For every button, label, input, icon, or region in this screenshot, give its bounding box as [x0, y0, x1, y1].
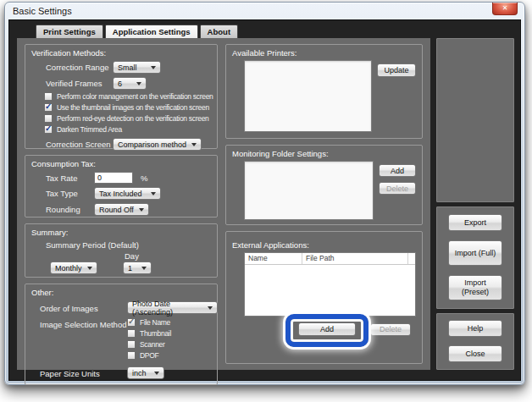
title-bar[interactable]: Basic Settings ✕ [5, 3, 524, 19]
chevron-down-icon [151, 192, 156, 195]
external-applications-group: External Applications: Name File Path [225, 231, 423, 364]
checkbox-dpof[interactable]: DPOF [127, 351, 171, 360]
day-dropdown[interactable]: 1 [123, 262, 152, 274]
checkbox-label: Thumbnail [140, 329, 171, 338]
external-apps-add-button[interactable]: Add [298, 322, 356, 336]
checkbox-label: Use the thumbnail images on the verifica… [57, 103, 209, 112]
tab-application-settings[interactable]: Application Settings [105, 25, 198, 38]
dropdown-value: Monthly [55, 264, 82, 273]
checkbox-label: Scanner [140, 340, 165, 349]
tax-type-dropdown[interactable]: Tax Included [94, 187, 161, 200]
available-printers-list[interactable] [244, 60, 372, 132]
rounding-dropdown[interactable]: Round Off [94, 203, 149, 216]
dropdown-value: Comparison method [118, 140, 186, 149]
verified-frames-label: Verified Frames [46, 79, 113, 88]
correction-screen-dropdown[interactable]: Comparison method [113, 138, 202, 151]
dropdown-value: Small [118, 63, 137, 72]
checkbox-label: Darken Trimmed Area [57, 125, 122, 134]
checkbox-icon [44, 92, 53, 101]
chevron-down-icon [139, 208, 144, 212]
day-label: Day [125, 251, 152, 261]
highlighted-add-wrap: Add [298, 322, 356, 336]
column-header-file-path[interactable]: File Path [302, 253, 408, 264]
tax-rate-unit: % [141, 173, 147, 183]
window-title: Basic Settings [13, 6, 72, 16]
window-close-button[interactable]: ✕ [492, 3, 518, 15]
checkbox-red-eye-detection[interactable]: Perform red-eye detection on the verific… [44, 114, 211, 123]
basic-settings-window: Basic Settings ✕ Print Settings Applicat… [4, 2, 525, 385]
checkbox-icon [44, 103, 53, 112]
external-apps-table[interactable]: Name File Path [244, 252, 416, 317]
correction-range-dropdown[interactable]: Small [113, 61, 161, 74]
button-label: Add [391, 167, 404, 175]
group-title: Summary: [31, 228, 211, 237]
import-full-button[interactable]: Import (Full) [448, 240, 502, 266]
left-column: Verification Methods: Correction Range S… [25, 44, 218, 364]
rail-import-export-panel: Export Import (Full) Import (Preset) [436, 207, 514, 309]
button-label: Delete [386, 184, 408, 193]
paper-size-units-dropdown[interactable]: inch [127, 366, 164, 379]
checkbox-darken-trimmed-area[interactable]: Darken Trimmed Area [44, 125, 211, 134]
monitoring-folder-group: Monitoring Folder Settings: Add Delete [225, 145, 423, 225]
dialog-client-area: Print Settings Application Settings Abou… [8, 19, 521, 381]
close-icon: ✕ [502, 4, 508, 12]
other-group: Other: Order of Images Photo Date (Ascen… [25, 284, 218, 385]
checkbox-scanner[interactable]: Scanner [127, 340, 171, 349]
import-preset-button[interactable]: Import (Preset) [448, 275, 502, 300]
paper-size-units-label: Paper Size Units [40, 367, 127, 378]
checkbox-icon [127, 329, 136, 338]
help-button[interactable]: Help [448, 320, 502, 337]
order-of-images-label: Order of Images [40, 302, 127, 313]
chevron-down-icon [208, 306, 213, 310]
button-label: Add [320, 325, 334, 333]
checkbox-icon [127, 318, 136, 327]
summary-period-label: Summary Period (Default) [46, 240, 139, 250]
chevron-down-icon [154, 372, 159, 375]
chevron-down-icon [151, 66, 156, 69]
consumption-tax-group: Consumption Tax: Tax Rate % Tax Type Tax… [25, 155, 218, 218]
export-button[interactable]: Export [448, 214, 502, 231]
button-label: Delete [380, 325, 402, 333]
group-title: Consumption Tax: [31, 159, 211, 168]
checkbox-label: Perform color management on the verifica… [57, 92, 213, 101]
dropdown-value: 6 [118, 80, 122, 88]
tab-about[interactable]: About [200, 25, 238, 38]
checkbox-icon [127, 351, 136, 360]
application-settings-page: Verification Methods: Correction Range S… [17, 38, 430, 370]
close-button[interactable]: Close [448, 345, 502, 362]
monitoring-folder-list[interactable] [244, 161, 374, 220]
dropdown-value: Photo Date (Ascending) [132, 300, 202, 317]
update-button[interactable]: Update [377, 63, 416, 77]
group-title: External Applications: [232, 240, 416, 250]
checkbox-color-management[interactable]: Perform color management on the verifica… [44, 92, 211, 101]
summary-group: Summary: Summary Period (Default) Monthl… [25, 223, 218, 278]
tax-rate-input[interactable] [94, 172, 133, 184]
checkbox-label: File Name [140, 318, 170, 327]
dropdown-value: Round Off [99, 206, 134, 214]
tab-label: Print Settings [43, 27, 96, 36]
order-of-images-dropdown[interactable]: Photo Date (Ascending) [127, 301, 218, 314]
checkbox-thumbnail[interactable]: Thumbnail [127, 329, 171, 338]
external-apps-delete-button[interactable]: Delete [370, 323, 411, 336]
checkbox-label: Perform red-eye detection on the verific… [57, 114, 209, 123]
right-button-rail: Export Import (Full) Import (Preset) Hel… [436, 38, 514, 370]
group-title: Monitoring Folder Settings: [232, 149, 416, 158]
tab-print-settings[interactable]: Print Settings [36, 25, 103, 38]
chevron-down-icon [191, 143, 197, 146]
column-header-name[interactable]: Name [245, 253, 302, 264]
button-label: Import (Preset) [452, 278, 498, 297]
tab-label: About [208, 27, 230, 36]
monitoring-delete-button[interactable]: Delete [379, 182, 416, 195]
tax-rate-label: Tax Rate [46, 173, 94, 183]
checkbox-file-name[interactable]: File Name [127, 318, 171, 327]
correction-screen-label: Correction Screen [46, 140, 113, 149]
rail-help-close-panel: Help Close [436, 313, 514, 370]
checkbox-thumbnail-images[interactable]: Use the thumbnail images on the verifica… [44, 103, 211, 112]
checkbox-icon [127, 340, 136, 349]
available-printers-group: Available Printers: Update [225, 44, 423, 139]
monitoring-add-button[interactable]: Add [379, 164, 416, 177]
summary-period-dropdown[interactable]: Monthly [50, 262, 97, 274]
chevron-down-icon [136, 82, 141, 85]
button-label: Export [464, 218, 486, 228]
verified-frames-dropdown[interactable]: 6 [113, 77, 147, 90]
